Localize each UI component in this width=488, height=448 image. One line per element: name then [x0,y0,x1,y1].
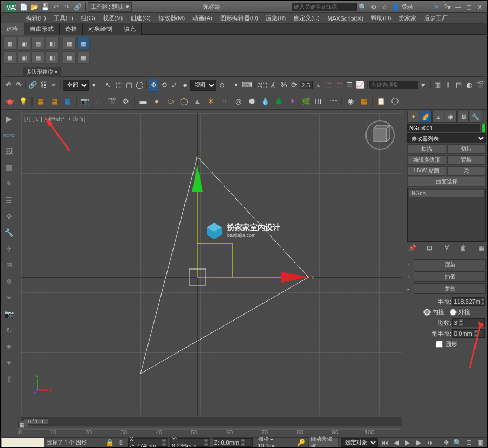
link-icon[interactable]: 🔗 [73,2,82,12]
lb-star[interactable]: ★ [3,341,15,353]
schematic-btn[interactable]: ▤ [454,79,464,92]
mod-editpoly[interactable]: 编辑多边形 [407,155,446,165]
rib-btn-12[interactable]: ▦ [77,51,90,64]
link-btn[interactable]: 🔗 [28,79,37,92]
minimize-icon[interactable]: — [453,2,463,12]
rib-btn-11[interactable]: ▦ [63,51,76,64]
mod-surfacesel[interactable]: 曲面选择 [407,177,486,187]
menu-grapheditor[interactable]: 图形编辑器(D) [217,13,261,23]
play-prev[interactable]: ◀ [391,438,401,447]
selwin-btn[interactable]: ▾ [89,79,99,92]
prim-tree[interactable]: 🌲 [272,95,285,108]
close-icon[interactable]: ✕ [475,2,485,12]
lb-heart[interactable]: ♥ [3,357,15,369]
doc-icon[interactable]: 📋 [375,95,388,108]
snap-btn[interactable]: ⬚ [334,79,344,92]
menu-render[interactable]: 渲染(R) [262,13,289,23]
info-icon[interactable]: ⓘ [388,95,401,108]
lb-plane[interactable]: ✈ [3,243,15,255]
rib-btn-2[interactable]: ▣ [17,37,30,50]
mirror2-btn[interactable]: ▥ [433,79,442,92]
nav-zoom[interactable]: 🔍 [453,438,462,447]
render1-icon[interactable]: ◉ [344,95,357,108]
lb-snow[interactable]: ❄ [3,276,15,287]
cmdtab-create[interactable]: ✦ [407,111,419,123]
move-btn[interactable]: ✥ [149,79,158,92]
prim-tube[interactable]: ◎ [232,95,245,108]
viewcube[interactable] [364,119,396,151]
viewport-label[interactable]: [+] [顶 ] [明暗处理 + 边面] [24,116,85,123]
box3-icon[interactable]: ▦ [61,95,74,108]
app-menu-icon[interactable]: MAX [3,2,17,12]
key-icon[interactable]: 🔑 [297,438,306,447]
stack-config[interactable]: ▦ [476,243,486,253]
rotate-btn[interactable]: ⟲ [159,79,169,92]
rib-btn-9[interactable]: ▤ [31,51,44,64]
color-swatch[interactable] [481,124,486,132]
matedit-btn[interactable]: ◐ [465,79,474,92]
align-btn[interactable]: ⬚ [324,79,333,92]
tool2-icon[interactable]: ☆ [380,2,389,12]
mod-shell[interactable]: 壳 [447,166,486,176]
redo-btn[interactable]: ↷ [14,79,23,92]
sides-spinner[interactable]: 3▴▾ [452,318,485,327]
menu-custom[interactable]: 自定义(U) [290,13,323,23]
prim-sun[interactable]: ☀ [204,95,217,108]
play-next[interactable]: ▶ [414,438,423,447]
cmdtab-motion[interactable]: ◉ [445,111,457,123]
maxscript-listener[interactable]: OK [1,438,44,448]
coord-x[interactable]: X: -5.774mm▴▾ [128,438,168,447]
stack-pin[interactable]: 📌 [407,243,417,253]
tab-populate[interactable]: 填充 [118,23,142,35]
menu-anim[interactable]: 动画(A) [189,13,216,23]
rib-btn-5[interactable]: ▦ [63,37,76,50]
light-icon[interactable]: 💡 [17,95,30,108]
cam1-icon[interactable]: 📷 [79,95,92,108]
stack-unique[interactable]: ∀ [442,243,452,253]
selset-drop[interactable]: ▾ [419,79,428,92]
coord-z[interactable]: Z: 0.0mm▴▾ [213,438,253,447]
open-icon[interactable]: 📂 [29,2,39,12]
prim-wave[interactable]: 〰 [326,95,339,108]
modifier-list-dropdown[interactable]: 修改器列表 [407,133,486,143]
prim-hedra[interactable]: ⬢ [245,95,258,108]
unlink-btn[interactable]: ⛓ [38,79,48,92]
rib-btn-4[interactable]: ◧ [46,37,59,50]
cam3-icon[interactable]: 🎬 [106,95,119,108]
tab-objpaint[interactable]: 对象绘制 [83,23,118,35]
stack-remove[interactable]: 🗑 [459,243,468,253]
menu-edit[interactable]: 编辑(E) [23,13,49,23]
lb-edit[interactable]: ✎ [3,178,15,190]
keymode-btn[interactable]: ⌨ [241,79,253,92]
snapang-btn[interactable]: ∡ [268,79,278,92]
prim-hf[interactable]: HF [313,95,326,108]
help-icon[interactable]: ?▾ [442,2,452,12]
prim-plane[interactable]: ▬ [137,95,150,108]
menu-group[interactable]: 组(G) [78,13,99,23]
coord-icon[interactable]: ⊕ [117,438,126,447]
menu-rdf[interactable]: 渲梦工厂 [421,13,451,23]
box1-icon[interactable]: ▦ [34,95,47,108]
selset-input[interactable] [369,81,418,89]
redo-icon[interactable]: ↷ [62,2,72,12]
lb-arrow[interactable]: ▶ [3,113,15,125]
lb-image[interactable]: 🖼 [3,145,15,157]
placement-btn[interactable]: ● [180,79,190,92]
menu-banjiajia[interactable]: 扮家家 [395,13,420,23]
cmdtab-util[interactable]: 🔧 [470,111,481,123]
selrect-btn[interactable]: ▢ [124,79,134,92]
mirror-btn[interactable]: ⟁ [313,79,323,92]
lb-refresh[interactable]: ↻ [3,324,15,336]
menu-help[interactable]: 帮助(H) [368,13,394,23]
rollout-params[interactable]: 参数 [414,283,486,294]
nav-region[interactable]: ▣ [476,438,485,447]
cmdtab-hierarchy[interactable]: ⟁ [432,111,444,123]
cmdtab-display[interactable]: 🖥 [457,111,469,123]
polymodel-dropdown[interactable]: 多边形建模 ▾ [23,67,61,77]
save-icon[interactable]: 💾 [40,2,50,12]
autodesk-icon[interactable]: ✕ [432,2,441,12]
manip-btn[interactable]: ✦ [231,79,241,92]
lb-bright[interactable]: ☀ [3,292,15,304]
render-btn[interactable]: 🎬 [475,79,485,92]
gear-icon[interactable]: ⚙ [119,95,132,108]
